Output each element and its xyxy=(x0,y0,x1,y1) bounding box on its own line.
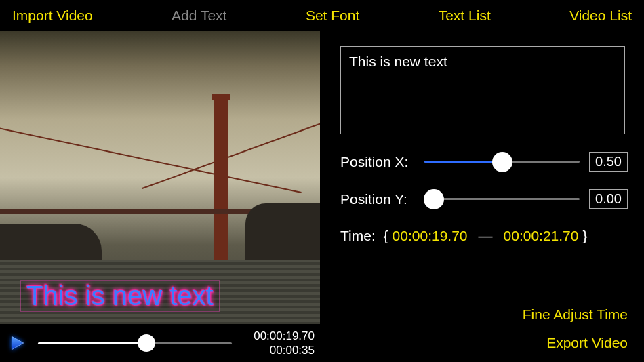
position-x-knob[interactable] xyxy=(492,152,512,172)
time-label: Time: xyxy=(340,228,376,244)
caption-text-input[interactable] xyxy=(340,46,625,134)
fine-adjust-time-link[interactable]: Fine Adjust Time xyxy=(340,306,628,323)
transport-bar: 00:00:19.70 00:00:35 xyxy=(0,324,320,362)
position-x-slider[interactable] xyxy=(424,153,580,171)
scrub-fill xyxy=(38,342,146,344)
position-y-slider[interactable] xyxy=(424,190,580,208)
tab-import-video[interactable]: Import Video xyxy=(12,7,93,24)
tab-text-list[interactable]: Text List xyxy=(439,7,491,24)
time-readout: 00:00:19.70 00:00:35 xyxy=(241,329,315,358)
scrub-slider[interactable] xyxy=(38,335,232,351)
time-range-row: Time: { 00:00:19.70 — 00:00:21.70 } xyxy=(340,228,628,244)
play-icon xyxy=(8,334,26,352)
tab-video-list[interactable]: Video List xyxy=(569,7,632,24)
play-button[interactable] xyxy=(5,331,28,355)
top-toolbar: Import Video Add Text Set Font Text List… xyxy=(0,0,644,31)
time-start[interactable]: 00:00:19.70 xyxy=(393,228,468,244)
tab-add-text[interactable]: Add Text xyxy=(172,7,226,24)
time-end[interactable]: 00:00:21.70 xyxy=(504,228,579,244)
position-y-knob[interactable] xyxy=(424,189,444,209)
export-video-link[interactable]: Export Video xyxy=(340,335,628,351)
time-current: 00:00:19.70 xyxy=(241,329,315,343)
scrub-knob[interactable] xyxy=(138,334,155,352)
position-y-label: Position Y: xyxy=(340,191,415,207)
position-x-value[interactable]: 0.50 xyxy=(589,152,628,172)
position-y-value[interactable]: 0.00 xyxy=(589,189,628,209)
position-x-label: Position X: xyxy=(340,154,415,170)
tab-set-font[interactable]: Set Font xyxy=(306,7,359,24)
overlay-caption: This is new text xyxy=(20,280,220,312)
time-total: 00:00:35 xyxy=(241,343,315,357)
video-preview[interactable]: This is new text xyxy=(0,31,320,324)
